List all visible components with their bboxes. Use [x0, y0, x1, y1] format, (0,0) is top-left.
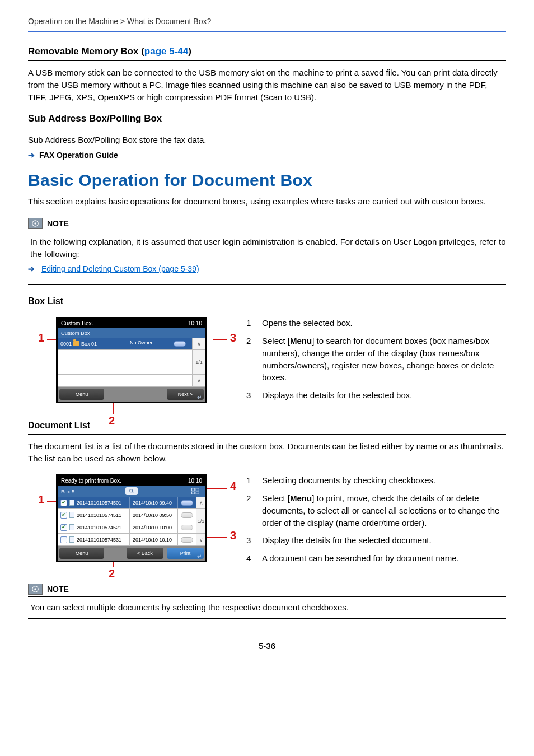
callout-line [113, 402, 114, 414]
co1-text: Selecting documents by checking checkbox… [262, 474, 435, 487]
co3-text: Display the details for the selected doc… [262, 534, 432, 547]
doclist-callouts: 1Selecting documents by checking checkbo… [246, 474, 506, 570]
next-button[interactable]: Next >↵ [167, 389, 204, 400]
page-indicator: 1/1 [196, 509, 205, 534]
callout-marker-1: 1 [38, 493, 44, 506]
co3-text: Displays the details for the selected bo… [262, 389, 412, 402]
menu-button[interactable]: Menu [59, 389, 104, 400]
box-row-selected[interactable]: 0001 Box 01 No Owner [58, 338, 192, 350]
scroll-up-icon[interactable]: ∧ [192, 338, 205, 350]
enter-icon: ↵ [197, 394, 202, 400]
thumbnail-view-icon[interactable] [189, 488, 202, 494]
section-sab-title: Sub Address Box/Polling Box [28, 113, 506, 124]
sab-body: Sub Address Box/Polling Box store the fa… [28, 134, 506, 146]
detail-pill-icon[interactable] [181, 512, 193, 518]
note-box-2: NOTE You can select multiple documents b… [28, 584, 506, 619]
svg-point-9 [34, 588, 36, 590]
section-rmb-title: Removable Memory Box (page 5-44) [28, 46, 506, 57]
box-number: 0001 [60, 341, 72, 347]
document-icon [69, 512, 74, 518]
detail-pill-icon[interactable] [181, 537, 193, 543]
document-checkbox[interactable] [60, 524, 67, 531]
note-box-1: NOTE In the following explanation, it is… [28, 218, 506, 286]
note-divider [28, 284, 506, 285]
header-divider [28, 31, 506, 32]
doclist-figure: 1 4 3 2 Ready to print from Box. 10:10 B… [28, 474, 235, 562]
document-row[interactable]: 20141010105745212014/10/10 10:00 [58, 521, 196, 534]
page-number: 5-36 [28, 641, 506, 651]
document-checkbox[interactable] [60, 500, 67, 506]
callout-marker-3: 3 [230, 529, 236, 542]
note-label: NOTE [47, 585, 69, 594]
page-indicator: 1/1 [192, 350, 205, 375]
document-timestamp: 2014/10/10 09:40 [129, 497, 177, 508]
document-icon [69, 500, 74, 506]
note-icon [28, 584, 43, 595]
edit-custom-box-link[interactable]: Editing and Deleting Custom Box (page 5-… [41, 264, 199, 273]
rmb-page-link[interactable]: page 5-44 [144, 46, 188, 57]
note-divider [28, 596, 506, 597]
section-divider [28, 434, 506, 435]
detail-pill-icon[interactable] [174, 341, 186, 347]
note2-body: You can select multiple documents by sel… [28, 601, 506, 614]
doclist-heading: Document List [28, 421, 506, 431]
co-num: 4 [246, 552, 254, 564]
box-row-empty [58, 375, 192, 387]
note1-link-row: Editing and Deleting Custom Box (page 5-… [28, 264, 506, 273]
screen-time: 10:10 [188, 320, 202, 326]
boxlist-figure: 1 3 2 Custom Box. 10:10 Custom Box 0001 … [28, 317, 235, 403]
search-icon[interactable] [125, 487, 138, 495]
co4-text: A document can be searched for by docume… [262, 552, 459, 564]
screen-subtitle-row: Box:5 [58, 486, 205, 497]
breadcrumb: Operation on the Machine > What is Docum… [28, 17, 506, 31]
detail-pill-icon[interactable] [181, 500, 193, 506]
screen-footer: Menu Next >↵ [58, 387, 205, 402]
rmb-title-pre: Removable Memory Box ( [28, 46, 144, 57]
note-icon [28, 218, 43, 229]
document-row[interactable]: 20141010105745012014/10/10 09:40 [58, 497, 196, 509]
scroll-down-icon[interactable]: ∨ [192, 375, 205, 387]
document-checkbox[interactable] [60, 536, 67, 543]
rmb-title-post: ) [188, 46, 191, 57]
box-row-empty [58, 362, 192, 375]
document-checkbox[interactable] [60, 512, 67, 519]
co-num: 2 [246, 335, 254, 384]
callout-marker-2: 2 [109, 567, 115, 580]
screen-title: Custom Box. [61, 320, 93, 326]
note-divider [28, 231, 506, 231]
note-label: NOTE [47, 219, 69, 228]
box-row-empty [58, 350, 192, 362]
document-name: 2014101010574501 [77, 500, 121, 506]
boxlist-heading: Box List [28, 296, 506, 306]
print-button[interactable]: Print↵ [167, 548, 204, 559]
basic-intro: This section explains basic operations f… [28, 195, 506, 208]
screen-subtitle: Custom Box [58, 328, 205, 338]
scroll-down-icon[interactable]: ∨ [196, 534, 205, 546]
co2-text: Select [Menu] to print, move, check the … [262, 492, 506, 529]
document-row[interactable]: 20141010105745112014/10/10 09:50 [58, 509, 196, 521]
note1-body: In the following explanation, it is assu… [28, 236, 506, 260]
screen-title: Ready to print from Box. [61, 478, 121, 484]
detail-pill-icon[interactable] [181, 525, 193, 530]
svg-point-2 [130, 489, 133, 492]
section-divider [28, 310, 506, 310]
document-name: 2014101010574531 [77, 537, 121, 543]
fax-guide-link[interactable]: FAX Operation Guide [28, 151, 506, 160]
co-num: 1 [246, 317, 254, 329]
enter-icon: ↵ [197, 553, 202, 559]
co1-text: Opens the selected box. [262, 317, 353, 329]
document-timestamp: 2014/10/10 10:10 [129, 534, 177, 545]
screen-time: 10:10 [188, 478, 202, 484]
back-button[interactable]: < Back [127, 548, 163, 559]
document-row[interactable]: 20141010105745312014/10/10 10:10 [58, 534, 196, 546]
document-icon [69, 536, 74, 543]
boxlist-callouts: 1Opens the selected box. 2Select [Menu] … [246, 317, 506, 407]
co-num: 1 [246, 474, 254, 487]
fax-guide-label: FAX Operation Guide [39, 151, 118, 160]
doclist-screen: Ready to print from Box. 10:10 Box:5 201… [56, 474, 207, 562]
scroll-up-icon[interactable]: ∧ [196, 497, 205, 509]
menu-button[interactable]: Menu [59, 548, 104, 559]
screen-footer: Menu < Back Print↵ [58, 546, 205, 561]
callout-marker-2: 2 [109, 414, 115, 427]
screen-subtitle: Box:5 [61, 488, 74, 494]
